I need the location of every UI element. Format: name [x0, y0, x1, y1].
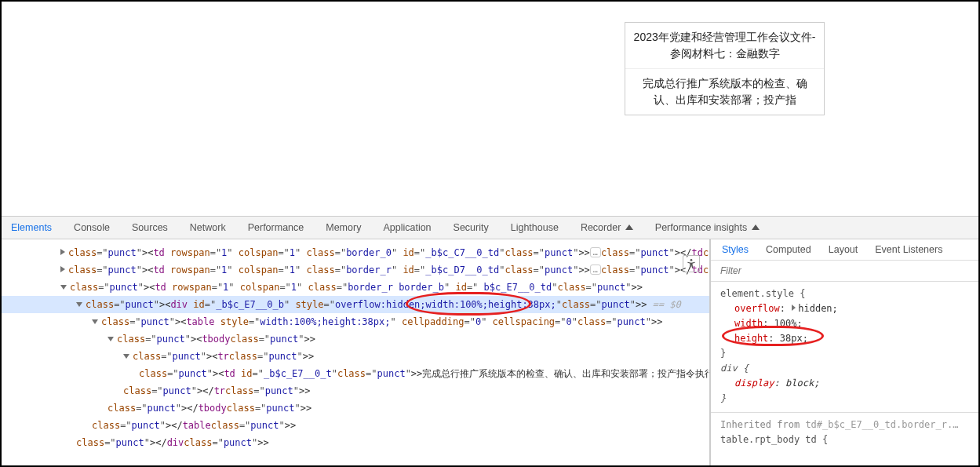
collapse-icon[interactable] — [92, 319, 98, 324]
card-row-2[interactable]: 完成总行推广系统版本的检查、确认、出库和安装部署；投产指 — [625, 69, 824, 115]
collapse-icon[interactable] — [107, 337, 114, 341]
expand-icon — [792, 305, 796, 311]
rule-close: } — [720, 346, 969, 361]
svg-point-0 — [690, 259, 693, 261]
tab-network[interactable]: Network — [190, 222, 226, 233]
rule-div: div { — [720, 361, 969, 376]
styles-panel: Styles Computed Layout Event Listeners e… — [709, 239, 978, 465]
collapse-icon[interactable] — [76, 302, 82, 307]
experiment-icon — [625, 224, 633, 230]
prop-display[interactable]: display: block; — [720, 376, 969, 391]
tab-recorder[interactable]: Recorder — [581, 222, 633, 233]
stab-layout[interactable]: Layout — [829, 244, 858, 255]
rule-table-td: table.rpt_body td { — [720, 432, 969, 447]
stab-styles[interactable]: Styles — [722, 244, 749, 255]
tab-console[interactable]: Console — [74, 222, 110, 233]
rendered-page: 2023年党建和经营管理工作会议文件-参阅材料七：金融数字 完成总行推广系统版本… — [2, 2, 978, 216]
accessibility-icon[interactable] — [683, 255, 700, 272]
dom-line[interactable]: class="punct"></tableclass="punct">> — [29, 417, 709, 434]
inherited-from: Inherited from td#_b$c_E7__0_td.border_r… — [711, 412, 978, 432]
prop-width[interactable]: width: 100%; — [720, 316, 969, 331]
prop-height[interactable]: height: 38px; — [720, 331, 969, 346]
expand-icon[interactable] — [60, 266, 65, 272]
dom-line[interactable]: class="punct"><td rowspan="1" colspan="1… — [29, 261, 709, 279]
dom-line[interactable]: class="punct"></divclass="punct">> — [29, 434, 709, 451]
tab-lighthouse[interactable]: Lighthouse — [511, 222, 559, 233]
tab-elements[interactable]: Elements — [11, 222, 52, 233]
dom-line[interactable]: class="punct"><td id="_b$c_E7__0_t"class… — [29, 365, 709, 382]
tab-performance[interactable]: Performance — [248, 222, 304, 233]
stab-listeners[interactable]: Event Listeners — [875, 244, 942, 255]
devtools-tabbar: Elements Console Sources Network Perform… — [2, 216, 978, 239]
styles-body[interactable]: element.style { overflow: hidden; width:… — [711, 282, 978, 452]
dom-line[interactable]: class="punct"></tbodyclass="punct">> — [29, 400, 709, 417]
card-row-1[interactable]: 2023年党建和经营管理工作会议文件-参阅材料七：金融数字 — [625, 23, 824, 69]
rule-element-style: element.style { — [720, 286, 969, 301]
expand-icon[interactable] — [60, 249, 65, 255]
stab-computed[interactable]: Computed — [766, 244, 811, 255]
preview-card: 2023年党建和经营管理工作会议文件-参阅材料七：金融数字 完成总行推广系统版本… — [625, 22, 825, 115]
dom-line[interactable]: class="punct"><td rowspan="1" colspan="1… — [29, 244, 709, 261]
dom-line[interactable]: class="punct"><tbodyclass="punct">> — [29, 330, 709, 348]
dom-line[interactable]: class="punct"><div id="_b$c_E7__0_b" sty… — [2, 296, 709, 313]
tab-memory[interactable]: Memory — [326, 222, 361, 233]
experiment-icon — [752, 224, 760, 230]
tab-sources[interactable]: Sources — [132, 222, 168, 233]
elements-panel[interactable]: class="punct"><td rowspan="1" colspan="1… — [2, 239, 709, 465]
collapse-icon[interactable] — [60, 285, 67, 290]
prop-overflow[interactable]: overflow: hidden; — [720, 301, 969, 316]
dom-line[interactable]: class="punct"></trclass="punct">> — [29, 382, 709, 400]
collapse-icon[interactable] — [123, 354, 129, 359]
styles-filter — [711, 261, 978, 282]
dom-line[interactable]: class="punct"><trclass="punct">> — [29, 348, 709, 365]
inherited-link[interactable]: td#_b$c_E7__0_td.border_r.… — [805, 419, 958, 430]
styles-tabbar: Styles Computed Layout Event Listeners — [711, 239, 978, 261]
tab-application[interactable]: Application — [383, 222, 431, 233]
styles-filter-input[interactable] — [711, 261, 978, 281]
dom-line[interactable]: class="punct"><td rowspan="1" colspan="1… — [29, 279, 709, 296]
devtools-panels: class="punct"><td rowspan="1" colspan="1… — [2, 239, 978, 465]
tab-perf-insights[interactable]: Performance insights — [655, 222, 760, 233]
dom-line[interactable]: class="punct"><table style="width:100%;h… — [29, 313, 709, 330]
rule-close-2: } — [720, 391, 969, 406]
tab-security[interactable]: Security — [454, 222, 489, 233]
